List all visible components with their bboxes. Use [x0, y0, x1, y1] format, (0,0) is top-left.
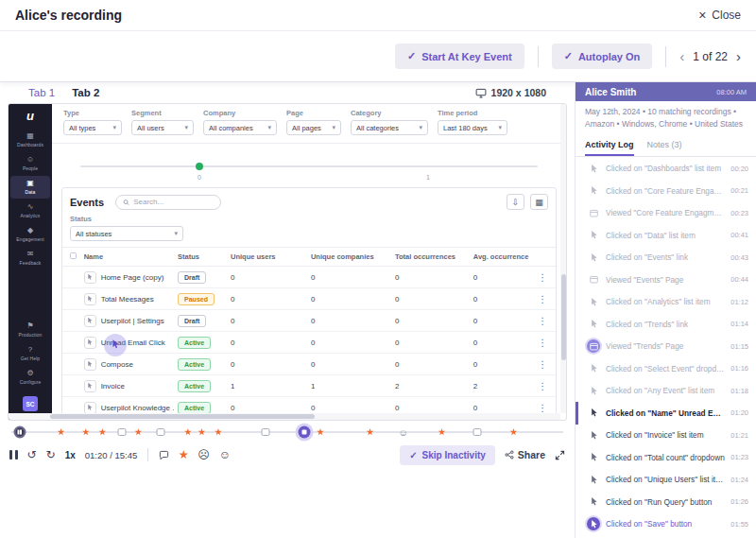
- sidebar-item-get-help[interactable]: ?Get Help: [10, 342, 50, 365]
- status-filter-select[interactable]: All statuses ▾: [70, 226, 183, 241]
- marker-flame[interactable]: [134, 428, 142, 436]
- next-recording-button[interactable]: ›: [736, 49, 741, 63]
- activity-time: 01:14: [730, 320, 748, 328]
- marker-current[interactable]: [13, 426, 26, 439]
- happy-face-filter-icon[interactable]: ☺: [219, 449, 231, 460]
- tab-2[interactable]: Tab 2: [72, 87, 99, 98]
- fullscreen-icon[interactable]: [555, 450, 565, 460]
- marker-event[interactable]: [298, 426, 310, 439]
- kebab-menu-icon[interactable]: ⋮: [538, 381, 547, 391]
- activity-item[interactable]: Clicked on "Invoice" list item01:21: [576, 425, 756, 447]
- activity-item[interactable]: Clicked on "Save" button01:55: [576, 513, 756, 536]
- activity-item[interactable]: Clicked on "Core Feature Engagem...00:21: [576, 180, 756, 202]
- sad-face-filter-icon[interactable]: ☹: [198, 449, 210, 460]
- marker-flame[interactable]: [438, 428, 446, 436]
- activity-item[interactable]: Clicked on "Unique Users" list item01:24: [576, 469, 756, 492]
- kebab-menu-icon[interactable]: ⋮: [538, 272, 547, 283]
- marker-chat[interactable]: [156, 428, 164, 436]
- frustration-filter-icon[interactable]: [179, 450, 188, 460]
- playback-speed-button[interactable]: 1x: [65, 450, 76, 460]
- skip-inactivity-toggle[interactable]: ✓ Skip Inactivity: [400, 445, 495, 465]
- kebab-menu-icon[interactable]: ⋮: [538, 338, 547, 348]
- activity-item[interactable]: Clicked on "Run Query" button01:26: [576, 491, 756, 513]
- table-row[interactable]: Home Page (copy)Draft0000⋮: [62, 267, 556, 288]
- close-button[interactable]: × Close: [698, 9, 741, 22]
- tab-1[interactable]: Tab 1: [28, 87, 55, 98]
- sidebar-item-production[interactable]: ⚑Production: [10, 319, 50, 341]
- download-icon[interactable]: ⇩: [507, 194, 524, 210]
- filter-select-type[interactable]: All types▾: [63, 120, 122, 135]
- marker-flame[interactable]: [82, 428, 90, 436]
- start-at-key-event-button[interactable]: ✓ Start At Key Event: [395, 43, 524, 69]
- table-row[interactable]: Unread Email ClickActive0000⋮: [62, 332, 556, 354]
- forward-10-icon[interactable]: ↻: [46, 449, 56, 460]
- pause-button[interactable]: [9, 450, 18, 460]
- filter-select-category[interactable]: All categories▾: [351, 120, 428, 135]
- filter-select-page[interactable]: All pages▾: [286, 120, 341, 135]
- filter-select-company[interactable]: All companies▾: [203, 120, 277, 135]
- scrollbar-thumb[interactable]: [50, 414, 315, 419]
- sidebar-item-configure[interactable]: ⚙Configure: [10, 366, 50, 389]
- activity-item[interactable]: Clicked on "Total count" dropdown01:23: [576, 446, 756, 469]
- sidebar-item-people[interactable]: ☺People: [10, 152, 50, 175]
- kebab-menu-icon[interactable]: ⋮: [538, 316, 547, 326]
- marker-flame[interactable]: [367, 428, 374, 436]
- activity-item[interactable]: Clicked on "Dashboards" list item00:20: [576, 158, 756, 181]
- activity-item[interactable]: Clicked on "Analytics" list item01:12: [576, 291, 756, 314]
- filter-select-time-period[interactable]: Last 180 days▾: [438, 120, 507, 135]
- rewind-10-icon[interactable]: ↺: [27, 449, 37, 460]
- scrollbar-thumb[interactable]: [561, 274, 566, 361]
- comment-filter-icon[interactable]: [159, 450, 169, 460]
- activity-item[interactable]: Clicked on "Events" link00:43: [576, 247, 756, 269]
- horizontal-scrollbar[interactable]: [9, 413, 560, 420]
- search-input[interactable]: [133, 198, 214, 206]
- activity-item[interactable]: Clicked on "Name" Unread Email C...01:20: [576, 402, 756, 425]
- sidebar-item-analytics[interactable]: ∿Analytics: [10, 200, 50, 222]
- kebab-menu-icon[interactable]: ⋮: [538, 359, 547, 370]
- previous-recording-button[interactable]: ‹: [679, 49, 684, 63]
- kebab-menu-icon[interactable]: ⋮: [538, 294, 547, 304]
- marker-smiley[interactable]: [399, 427, 408, 438]
- sidebar-item-data[interactable]: ▣Data: [10, 176, 50, 199]
- vertical-scrollbar[interactable]: [560, 104, 566, 413]
- activity-item[interactable]: Clicked on "Any Event" list item01:18: [576, 380, 756, 403]
- filter-select-segment[interactable]: All users▾: [131, 120, 194, 135]
- marker-flame[interactable]: [98, 428, 106, 436]
- table-row[interactable]: InvoiceActive1122⋮: [62, 375, 556, 397]
- marker-flame[interactable]: [184, 428, 192, 436]
- marker-flame[interactable]: [198, 428, 205, 436]
- table-row[interactable]: Total MeesagesPaused0000⋮: [62, 288, 556, 310]
- tab-activity-log[interactable]: Activity Log: [585, 136, 634, 156]
- activity-item[interactable]: Viewed "Events" Page00:44: [576, 269, 756, 291]
- events-table: NameStatusUnique usersUnique companiesTo…: [62, 247, 556, 419]
- marker-flame[interactable]: [215, 428, 222, 436]
- sidebar-item-feedback[interactable]: ✉Feedback: [10, 247, 50, 269]
- avatar[interactable]: SC: [23, 396, 38, 411]
- share-button[interactable]: Share: [505, 449, 545, 460]
- columns-icon[interactable]: ▦: [530, 194, 548, 210]
- sidebar-item-dashboards[interactable]: ▦Dashboards: [10, 129, 50, 151]
- marker-chat[interactable]: [473, 428, 482, 436]
- table-row[interactable]: Userpilot | SettingsDraft0000⋮: [62, 310, 556, 332]
- activity-item[interactable]: Clicked on "Select Event" dropdown01:16: [576, 357, 756, 380]
- activity-item[interactable]: Clicked on "Data" list item00:41: [576, 224, 756, 247]
- marker-chat[interactable]: [261, 428, 269, 436]
- autoplay-toggle-button[interactable]: ✓ Autoplay On: [552, 43, 653, 69]
- activity-item[interactable]: Viewed "Core Feature Engagment"00:23: [576, 202, 756, 225]
- marker-flame[interactable]: [509, 428, 517, 436]
- events-search[interactable]: [115, 195, 221, 210]
- sidebar-item-engagement[interactable]: ◆Engagement: [10, 223, 50, 246]
- activity-text: Clicked on "Analytics" list item: [606, 297, 725, 306]
- table-row[interactable]: ComposeActive0000⋮: [62, 354, 556, 375]
- kebab-menu-icon[interactable]: ⋮: [538, 403, 547, 413]
- marker-flame[interactable]: [58, 428, 65, 436]
- marker-chat[interactable]: [117, 428, 126, 436]
- activity-time: 00:44: [730, 275, 748, 284]
- metric-cell: 1: [227, 375, 307, 397]
- timeline-scrubber[interactable]: [11, 424, 563, 440]
- activity-item[interactable]: Viewed "Trends" Page01:15: [576, 336, 756, 358]
- activity-item[interactable]: Clicked on "Trends" link01:14: [576, 313, 756, 336]
- checkbox[interactable]: [70, 252, 77, 259]
- marker-flame[interactable]: [317, 428, 324, 436]
- tab-notes[interactable]: Notes (3): [647, 136, 682, 156]
